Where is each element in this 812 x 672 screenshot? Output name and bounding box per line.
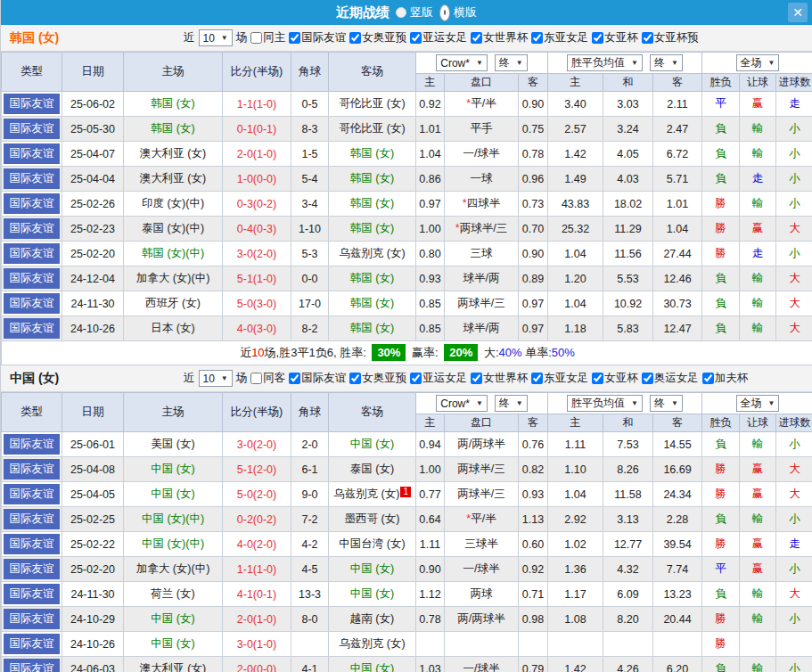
filter-option[interactable]: 女亚杯 [588,371,638,386]
filter-option[interactable]: 女亚杯预 [638,30,699,45]
match-type-link[interactable]: 国际友谊 [4,584,60,604]
match-type-link[interactable]: 国际友谊 [4,509,60,529]
win-rate-badge: 30% [372,344,406,361]
odds-final-select[interactable]: 终▼ [495,54,528,71]
cell-goals-result: 大 [776,482,812,507]
match-type-link[interactable]: 国际友谊 [4,609,60,629]
full-match-select[interactable]: 全场▼ [736,395,780,412]
filter-checkbox[interactable] [642,32,653,44]
cell-result: 平 [702,92,740,117]
filter-checkbox[interactable] [410,373,422,384]
filter-option[interactable]: 国际友谊 [285,371,346,386]
recent-count-select[interactable]: 10 ▼ [199,29,233,46]
filter-checkbox[interactable] [531,373,543,384]
filter-checkbox[interactable] [471,32,482,44]
filter-checkbox[interactable] [702,373,714,384]
full-match-select[interactable]: 全场▼ [736,54,780,71]
cell-score: 0-1(0-1) [223,117,291,142]
layout-option-vertical[interactable]: 竖版 [396,4,433,20]
away-team-name: 乌兹别克 (女) [333,488,399,500]
filter-option[interactable]: 女奥亚预 [346,371,406,386]
cell-home-team: 西班牙 (女) [124,291,223,316]
match-type-link[interactable]: 国际友谊 [4,484,60,504]
layout-option-horizontal[interactable]: 横版 [439,4,477,21]
cell-goals-result: 小 [776,167,812,192]
match-type-link[interactable]: 国际友谊 [4,318,60,339]
filter-option[interactable]: 国际友谊 [285,30,346,45]
filter-option[interactable]: 女奥亚预 [346,30,406,45]
mean-final-select[interactable]: 终▼ [650,395,683,412]
filter-option[interactable]: 东亚女足 [528,371,588,386]
odds-final-select[interactable]: 终▼ [495,395,528,412]
mean-odds-select[interactable]: 胜平负均值▼ [567,54,643,71]
match-type-link[interactable]: 国际友谊 [4,293,60,314]
radio-icon[interactable] [439,4,450,21]
filter-option[interactable]: 亚运女足 [406,30,467,45]
recent-count-select[interactable]: 10 ▼ [199,370,233,387]
cell-mean-away: 12.47 [653,316,702,341]
filter-checkbox[interactable] [592,32,603,44]
filter-option[interactable]: 东亚女足 [528,30,588,45]
cell-odds-away [519,632,548,657]
match-type-link[interactable]: 国际友谊 [4,193,60,214]
filter-option[interactable]: 奥运女足 [638,371,699,386]
cell-mean-away: 1.04 [653,217,702,242]
filter-checkbox[interactable] [289,373,300,384]
filter-checkbox[interactable] [642,373,653,384]
match-type-link[interactable]: 国际友谊 [4,94,60,114]
col-mean-draw: 和 [603,74,653,92]
radio-label: 横版 [454,4,477,20]
filter-option[interactable]: 女世界杯 [467,371,528,386]
cell-mean-home: 1.17 [548,582,603,607]
filter-checkbox[interactable] [410,32,422,44]
filter-option[interactable]: 加夫杯 [699,371,749,386]
match-type-link[interactable]: 国际友谊 [4,168,60,189]
match-type-link[interactable]: 国际友谊 [4,534,60,554]
match-type-link[interactable]: 国际友谊 [4,634,60,654]
radio-icon[interactable] [396,7,406,18]
cell-goals-result: 大 [776,582,812,607]
page-title: 近期战绩 [336,4,390,21]
cell-odds-away: 0.76 [519,432,548,457]
filter-checkbox[interactable] [349,32,361,44]
cell-match-type: 国际友谊 [2,532,62,557]
cell-mean-draw: 10.92 [603,291,653,316]
match-row: 国际友谊25-06-01美国 (女)3-0(2-0)2-0中国 (女)0.94两… [2,432,812,457]
filter-checkbox[interactable] [471,373,482,384]
result-group-header: 全场▼ [702,53,812,74]
filter-checkbox[interactable] [531,32,543,44]
match-row: 国际友谊25-04-05中国 (女)5-0(2-0)9-0乌兹别克 (女)10.… [2,482,812,507]
match-type-link[interactable]: 国际友谊 [4,243,60,264]
mean-final-select[interactable]: 终▼ [650,54,683,71]
filter-checkbox[interactable] [250,373,262,384]
match-type-link[interactable]: 国际友谊 [4,659,60,672]
filter-checkbox[interactable] [250,32,262,44]
cell-mean-home: 1.10 [548,457,603,482]
match-type-link[interactable]: 国际友谊 [4,559,60,579]
filter-checkbox[interactable] [592,373,603,384]
cell-mean-draw [603,632,653,657]
filter-option[interactable]: 女亚杯 [588,30,638,45]
filter-option[interactable]: 同客 [247,371,285,386]
mean-odds-value: 胜平负均值 [571,396,625,411]
close-button[interactable]: ✕ [788,3,808,22]
recent-suffix-label: 场 [236,30,248,45]
filter-label: 女世界杯 [483,371,528,386]
filter-option[interactable]: 同主 [247,30,285,45]
filter-checkbox[interactable] [289,32,300,44]
cell-handicap: *平/半 [445,92,519,117]
match-type-link[interactable]: 国际友谊 [4,459,60,479]
filter-option[interactable]: 亚运女足 [406,371,467,386]
match-type-link[interactable]: 国际友谊 [4,143,60,164]
match-type-link[interactable]: 国际友谊 [4,434,60,455]
filter-option[interactable]: 女世界杯 [467,30,528,45]
cell-goals-result: 走 [776,92,812,117]
bookmaker-select[interactable]: Crow*▼ [436,54,488,71]
cell-match-type: 国际友谊 [2,117,62,142]
match-type-link[interactable]: 国际友谊 [4,119,60,139]
mean-odds-select[interactable]: 胜平负均值▼ [567,395,643,412]
bookmaker-select[interactable]: Crow*▼ [436,395,488,412]
match-type-link[interactable]: 国际友谊 [4,218,60,239]
match-type-link[interactable]: 国际友谊 [4,268,60,289]
filter-checkbox[interactable] [349,373,361,384]
